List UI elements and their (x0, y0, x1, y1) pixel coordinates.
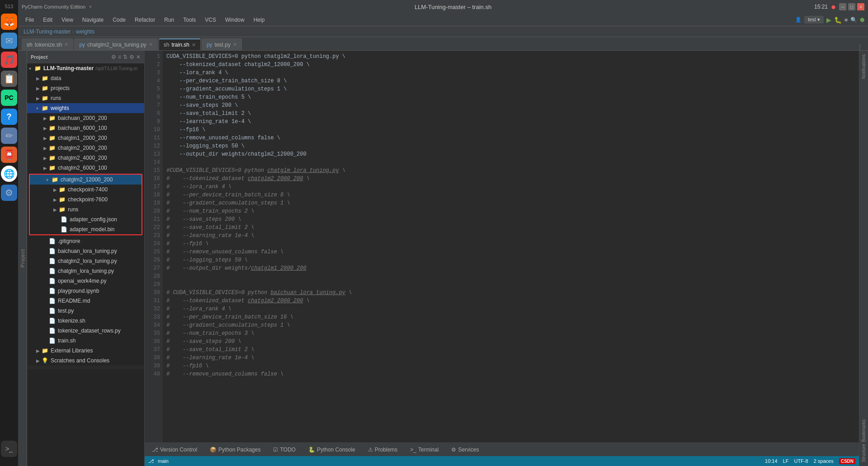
menu-run[interactable]: Run (160, 15, 178, 24)
tree-item-test-py[interactable]: ▶ 📄 test.py (27, 306, 144, 316)
breadcrumb-part2[interactable]: weights (76, 29, 94, 35)
tree-item-checkpoint-7400[interactable]: ▶ 📁 checkpoint-7400 (30, 185, 142, 195)
menu-help[interactable]: Help (250, 15, 269, 24)
tab-test-close[interactable]: ✕ (233, 42, 237, 48)
tree-item-chatglm1-2000-200[interactable]: ▶ 📁 chatglm1_2000_200 (27, 133, 144, 143)
structure-tab[interactable]: Structure (861, 444, 866, 462)
tree-item-readme[interactable]: ▶ 📄 README.md (27, 296, 144, 306)
menu-view[interactable]: View (58, 15, 77, 24)
menu-navigate[interactable]: Navigate (79, 15, 107, 24)
scratches-icon: 💡 (42, 357, 49, 364)
tab-version-control[interactable]: ⎇ Version Control (148, 446, 201, 454)
search-button[interactable]: 🔍 (850, 17, 857, 23)
tree-item-chatglm2-4000-200[interactable]: ▶ 📁 chatglm2_4000_200 (27, 153, 144, 163)
tree-item-openai[interactable]: ▶ 📄 openai_work4me.py (27, 276, 144, 286)
tree-label-gitignore: .gitignore (58, 238, 80, 244)
tree-item-tokenize-dataset[interactable]: ▶ 📄 tokenize_dataset_rows.py (27, 326, 144, 336)
tree-scrollbar[interactable] (27, 366, 144, 369)
tab-python-packages[interactable]: 📦 Python Packages (206, 446, 264, 454)
tree-item-weights[interactable]: ▾ 📁 weights (27, 103, 144, 113)
firefox-icon[interactable]: 🦊 (1, 14, 17, 30)
tree-item-playground[interactable]: ▶ 📄 playground.ipynb (27, 286, 144, 296)
tree-item-baichuan-6000-100[interactable]: ▶ 📁 baichuan_6000_100 (27, 123, 144, 133)
tree-item-checkpoint-7600[interactable]: ▶ 📁 checkpoint-7600 (30, 195, 142, 204)
menu-code[interactable]: Code (109, 15, 129, 24)
tree-item-train-sh[interactable]: ▶ 📄 train.sh (27, 336, 144, 346)
tree-item-runs-sub[interactable]: ▶ 📁 runs (30, 204, 142, 214)
tab-chatglm2-label: chatglm2_lora_tuning.py (87, 42, 146, 48)
tree-label-chatglm-lora: chatglm_lora_tuning.py (58, 268, 114, 274)
tree-item-chatglm2-lora[interactable]: ▶ 📄 chatglm2_lora_tuning.py (27, 256, 144, 266)
code-editor[interactable]: CUDA_VISIBLE_DEVICES=0 python chatglm2_l… (163, 51, 859, 442)
tree-collapse-icon[interactable]: ≡ (118, 54, 121, 60)
tab-tokenize-sh[interactable]: sh tokenize.sh ✕ (22, 38, 73, 50)
close-button[interactable]: ✕ (857, 3, 864, 10)
tree-item-adapter-config[interactable]: ▶ 📄 adapter_config.json (30, 214, 142, 224)
editor-panel: 12345 678910 1112131415 1617181920 21222… (145, 51, 859, 466)
tab-todo[interactable]: ☑ TODO (269, 446, 299, 454)
project-panel-label[interactable]: Project (18, 51, 27, 466)
tree-item-chatglm2-2000-200[interactable]: ▶ 📁 chatglm2_2000_200 (27, 143, 144, 153)
file-tree-actions: ⚙ ≡ ⇅ ⚙ ✕ (111, 54, 141, 60)
postman-icon[interactable]: 📮 (1, 147, 17, 163)
tree-gear-icon[interactable]: ⚙ (129, 54, 134, 60)
tree-sync-icon[interactable]: ⚙ (111, 54, 116, 60)
tree-item-root[interactable]: ▾ 📁 LLM-Tuning-master /opt/T/LLM-Tuning-… (27, 63, 144, 73)
tab-chatglm2-tuning[interactable]: py chatglm2_lora_tuning.py ✕ (74, 38, 157, 50)
tab-services[interactable]: ⚙ Services (448, 446, 482, 454)
debug-button[interactable]: 🐛 (834, 16, 842, 24)
menu-file[interactable]: File (22, 15, 38, 24)
tree-item-runs[interactable]: ▶ 📁 runs (27, 93, 144, 103)
editor-icon[interactable]: ✏ (1, 128, 17, 144)
tab-train-close[interactable]: ✕ (192, 42, 196, 48)
tree-item-data[interactable]: ▶ 📁 data (27, 73, 144, 83)
tree-item-scratches[interactable]: ▶ 💡 Scratches and Consoles (27, 356, 144, 366)
tree-item-external-libs[interactable]: ▶ 📁 External Libraries (27, 346, 144, 356)
tab-terminal[interactable]: >_ Terminal (406, 446, 442, 454)
tab-tokenize-close[interactable]: ✕ (64, 42, 68, 48)
pycharm-icon[interactable]: PC (1, 90, 17, 106)
maximize-button[interactable]: □ (848, 3, 855, 10)
run-config[interactable]: test ▾ (804, 16, 824, 24)
tree-item-chatglm2-6000-100[interactable]: ▶ 📁 chatglm2_6000_100 (27, 163, 144, 173)
tab-problems[interactable]: ⚠ Problems (364, 446, 401, 454)
tree-item-baichuan-lora[interactable]: ▶ 📄 baichuan_lora_tuning.py (27, 246, 144, 256)
menu-tools[interactable]: Tools (179, 15, 199, 24)
tree-item-adapter-model[interactable]: ▶ 📄 adapter_model.bin (30, 224, 142, 234)
chrome-icon[interactable]: 🌐 (1, 166, 17, 182)
file-icon-openai: 📄 (49, 278, 56, 284)
tab-more-icon[interactable]: ⋮ (857, 44, 863, 50)
file-icon-chatglm-lora: 📄 (49, 268, 56, 274)
menu-edit[interactable]: Edit (39, 15, 56, 24)
tree-item-baichuan-2000-200[interactable]: ▶ 📁 baichuan_2000_200 (27, 113, 144, 123)
clipboard-icon[interactable]: 📋 (1, 71, 17, 87)
tab-train-sh[interactable]: sh train.sh ✕ (159, 38, 201, 50)
notifications-tab[interactable]: Notifications (861, 54, 866, 79)
tree-expand-icon[interactable]: ⇅ (123, 54, 127, 60)
menu-vcs[interactable]: VCS (201, 15, 220, 24)
tree-item-chatglm2-12000-200[interactable]: ▾ 📁 chatglm2_12000_200 (30, 175, 142, 185)
stop-button[interactable]: ■ (844, 17, 848, 23)
settings-icon[interactable]: ⚙ (1, 185, 17, 201)
tree-item-projects[interactable]: ▶ 📁 projects (27, 83, 144, 93)
tree-close-icon[interactable]: ✕ (136, 54, 141, 60)
run-button[interactable]: ▶ (826, 16, 831, 24)
menu-window[interactable]: Window (222, 15, 248, 24)
tree-label-playground: playground.ipynb (58, 288, 99, 294)
tree-item-chatglm-lora[interactable]: ▶ 📄 chatglm_lora_tuning.py (27, 266, 144, 276)
bookmarks-tab[interactable]: Bookmarks (861, 419, 866, 442)
tree-item-tokenize-sh[interactable]: ▶ 📄 tokenize.sh (27, 316, 144, 326)
tab-python-console[interactable]: 🐍 Python Console (305, 446, 359, 454)
tab-test-py[interactable]: py test.py ✕ (202, 38, 242, 50)
file-tree-content[interactable]: ▾ 📁 LLM-Tuning-master /opt/T/LLM-Tuning-… (27, 63, 144, 466)
tab-chatglm2-close[interactable]: ✕ (149, 42, 153, 48)
terminal-icon[interactable]: >_ (1, 441, 17, 457)
breadcrumb-part1[interactable]: LLM-Tuning-master (24, 29, 71, 35)
minimize-button[interactable]: ─ (839, 3, 846, 10)
tree-item-gitignore[interactable]: ▶ 📄 .gitignore (27, 236, 144, 246)
mail-icon[interactable]: ✉ (1, 33, 17, 49)
tab-train-icon: sh (164, 42, 170, 48)
menu-refactor[interactable]: Refactor (131, 15, 159, 24)
help-icon[interactable]: ? (1, 109, 17, 125)
music-icon[interactable]: 🎵 (1, 52, 17, 68)
